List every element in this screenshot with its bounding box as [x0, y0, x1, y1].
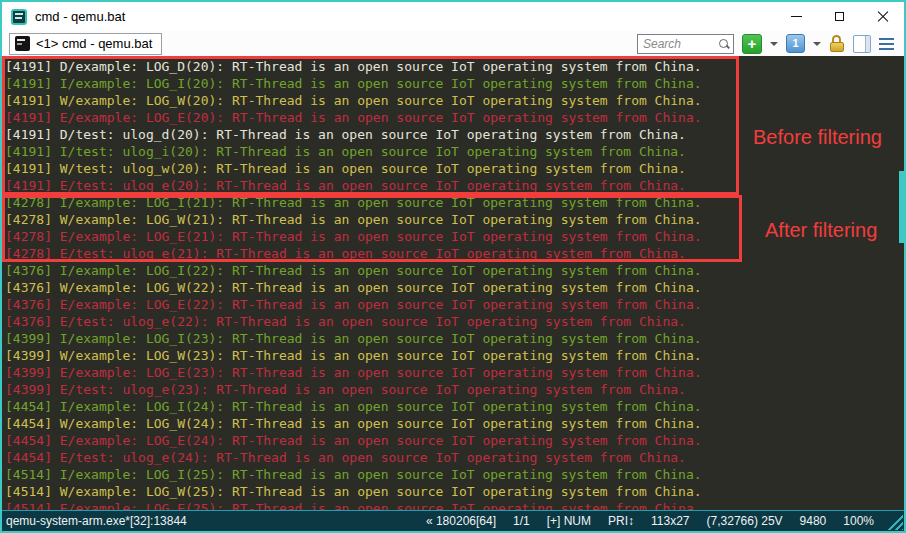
window-title: cmd - qemu.bat — [35, 9, 125, 24]
search-box — [637, 34, 734, 54]
minimize-button[interactable] — [775, 2, 818, 31]
maximize-button[interactable] — [818, 2, 861, 31]
status-item: 100% — [843, 514, 874, 528]
log-line: [4514] W/example: LOG_W(25): RT-Thread i… — [5, 483, 904, 500]
scrollbar-thumb[interactable] — [899, 171, 904, 243]
log-line: [4399] E/test: ulog_e(23): RT-Thread is … — [5, 381, 904, 398]
new-console-dropdown-icon[interactable] — [770, 42, 778, 46]
window-panel-icon[interactable] — [853, 35, 871, 53]
status-item: [+] NUM — [547, 514, 591, 528]
log-line: [4454] I/example: LOG_I(24): RT-Thread i… — [5, 398, 904, 415]
scrollbar[interactable] — [899, 56, 904, 510]
status-process: qemu-system-arm.exe*[32]:13844 — [6, 514, 187, 528]
log-line: [4454] E/test: ulog_e(24): RT-Thread is … — [5, 449, 904, 466]
tab-toolbar: + 1 — [637, 34, 894, 54]
log-line: [4278] I/example: LOG_I(21): RT-Thread i… — [5, 194, 904, 211]
log-line: [4454] W/example: LOG_W(24): RT-Thread i… — [5, 415, 904, 432]
console-list-button[interactable]: 1 — [786, 34, 805, 53]
tab-cmd-qemu[interactable]: <1> cmd - qemu.bat — [9, 33, 162, 55]
log-line: [4191] E/example: LOG_E(20): RT-Thread i… — [5, 109, 904, 126]
log-line: [4454] E/example: LOG_E(24): RT-Thread i… — [5, 432, 904, 449]
status-bar: qemu-system-arm.exe*[32]:13844 « 180206[… — [2, 510, 904, 531]
log-line: [4278] E/test: ulog_e(21): RT-Thread is … — [5, 245, 904, 262]
log-line: [4376] W/example: LOG_W(22): RT-Thread i… — [5, 279, 904, 296]
title-bar: cmd - qemu.bat — [2, 2, 904, 31]
log-line: [4514] E/example: LOG_E(25): RT-Thread i… — [5, 500, 904, 510]
menu-icon[interactable] — [879, 37, 894, 50]
log-line: [4376] E/example: LOG_E(22): RT-Thread i… — [5, 296, 904, 313]
tab-label: <1> cmd - qemu.bat — [36, 36, 152, 51]
before-filtering-label: Before filtering — [753, 126, 882, 149]
conemu-window: cmd - qemu.bat <1> cmd - qemu.bat + 1 [ — [0, 0, 906, 533]
status-item: 1/1 — [513, 514, 530, 528]
log-line: [4399] E/example: LOG_E(23): RT-Thread i… — [5, 364, 904, 381]
status-item: « 180206[64] — [426, 514, 496, 528]
after-filtering-label: After filtering — [765, 219, 877, 242]
console-list-dropdown-icon[interactable] — [813, 42, 821, 46]
lock-icon[interactable] — [829, 35, 845, 53]
status-items: « 180206[64]1/1[+] NUMPRI↕113x27(7,32766… — [426, 514, 904, 528]
status-item: (7,32766) 25V — [707, 514, 783, 528]
conemu-app-icon — [11, 9, 27, 25]
search-icon[interactable] — [718, 38, 730, 50]
log-line: [4191] E/test: ulog_e(20): RT-Thread is … — [5, 177, 904, 194]
log-line: [4399] I/example: LOG_I(23): RT-Thread i… — [5, 330, 904, 347]
minimize-icon — [791, 16, 802, 17]
log-line: [4191] W/example: LOG_W(20): RT-Thread i… — [5, 92, 904, 109]
close-icon — [877, 11, 889, 23]
status-item: 113x27 — [651, 514, 689, 528]
new-console-button[interactable]: + — [742, 34, 762, 54]
log-line: [4191] W/test: ulog_w(20): RT-Thread is … — [5, 160, 904, 177]
status-item: 9480 — [800, 514, 827, 528]
window-controls — [775, 2, 904, 31]
log-line: [4191] D/example: LOG_D(20): RT-Thread i… — [5, 58, 904, 75]
log-line: [4376] I/example: LOG_I(22): RT-Thread i… — [5, 262, 904, 279]
log-line: [4514] I/example: LOG_I(25): RT-Thread i… — [5, 466, 904, 483]
log-line: [4191] I/example: LOG_I(20): RT-Thread i… — [5, 75, 904, 92]
terminal[interactable]: [4191] D/example: LOG_D(20): RT-Thread i… — [2, 56, 904, 510]
close-button[interactable] — [861, 2, 904, 31]
maximize-icon — [835, 12, 844, 21]
log-line: [4399] W/example: LOG_W(23): RT-Thread i… — [5, 347, 904, 364]
cmd-icon — [15, 36, 30, 51]
status-item: PRI↕ — [608, 514, 634, 528]
log-lines: [4191] D/example: LOG_D(20): RT-Thread i… — [2, 56, 904, 510]
tab-bar: <1> cmd - qemu.bat + 1 — [2, 31, 904, 56]
log-line: [4376] E/test: ulog_e(22): RT-Thread is … — [5, 313, 904, 330]
